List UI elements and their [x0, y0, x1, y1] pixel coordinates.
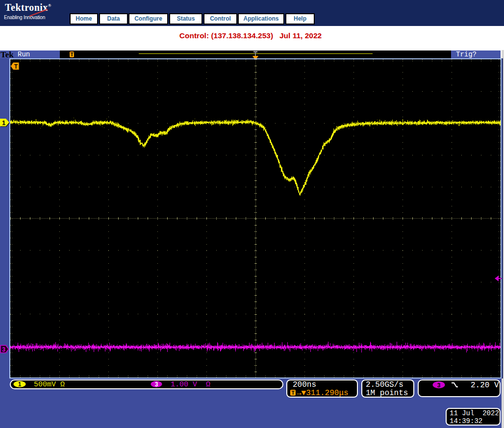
svg-text:T: T: [14, 63, 18, 70]
svg-text:1: 1: [2, 119, 5, 126]
svg-text:3: 3: [155, 381, 158, 387]
svg-text:1: 1: [18, 381, 22, 387]
svg-text:T: T: [70, 51, 74, 57]
svg-text:3: 3: [2, 346, 5, 353]
svg-text:T: T: [291, 390, 295, 396]
svg-text:3: 3: [437, 382, 441, 389]
